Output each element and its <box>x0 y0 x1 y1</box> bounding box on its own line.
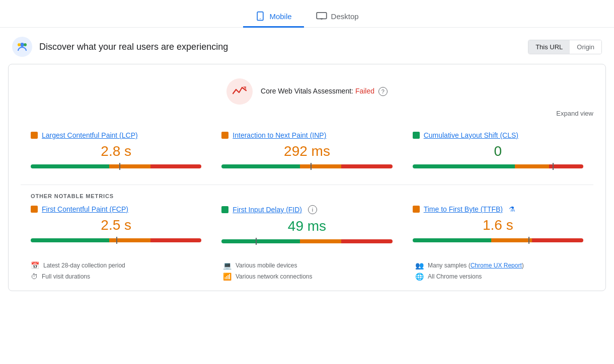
metric-column: First Input Delay (FID)i49 ms <box>211 199 402 251</box>
bar-segment <box>300 164 341 168</box>
url-toggle: This URL Origin <box>528 40 602 54</box>
footer-item-icon: 🌐 <box>415 272 424 281</box>
footer-item-icon: 👥 <box>415 261 424 269</box>
metric-bar <box>413 164 583 168</box>
metric-dot <box>221 132 228 139</box>
metric-dot <box>31 132 38 139</box>
bar-indicator-line <box>256 238 257 245</box>
bar-segment <box>221 164 300 168</box>
metric-dot <box>413 132 420 139</box>
bar-indicator-line <box>116 237 117 244</box>
other-metrics-label: OTHER NOTABLE METRICS <box>9 185 605 199</box>
bar-indicator <box>553 163 554 170</box>
bar-segment <box>413 238 491 242</box>
metric-column: Largest Contentful Paint (LCP)2.8 s <box>21 125 211 176</box>
metric-value: 0 <box>413 143 583 159</box>
metric-beaker-icon: ⚗ <box>509 205 515 213</box>
assessment-info-icon[interactable]: ? <box>378 87 388 96</box>
metric-value: 2.5 s <box>31 217 201 233</box>
metric-info-icon[interactable]: i <box>308 205 317 214</box>
metric-link[interactable]: Cumulative Layout Shift (CLS) <box>424 131 518 139</box>
tab-desktop-label: Desktop <box>331 12 359 21</box>
tab-mobile-label: Mobile <box>269 12 291 21</box>
bar-indicator <box>311 163 312 170</box>
metric-label-row: First Contentful Paint (FCP) <box>31 205 201 213</box>
assessment-title: Core Web Vitals Assessment: Failed ? <box>261 87 388 96</box>
metric-bar <box>31 164 201 168</box>
footer-grid: 📅Latest 28-day collection period⏱Full vi… <box>9 251 605 281</box>
metric-dot <box>221 206 228 213</box>
metric-link[interactable]: First Contentful Paint (FCP) <box>42 205 128 213</box>
main-card: Core Web Vitals Assessment: Failed ? Exp… <box>8 64 606 291</box>
metric-value: 1.6 s <box>413 217 583 233</box>
other-metrics-grid: First Contentful Paint (FCP)2.5 sFirst I… <box>9 199 605 251</box>
footer-item-text: Full visit durations <box>42 273 90 280</box>
footer-item: 💻Various mobile devices <box>223 261 391 269</box>
bar-indicator-line <box>553 163 554 170</box>
footer-col: 👥Many samples (Chrome UX Report)🌐All Chr… <box>405 261 593 281</box>
bar-indicator <box>256 238 257 245</box>
svg-point-6 <box>24 43 27 46</box>
metric-value: 2.8 s <box>31 143 201 159</box>
bar-segment <box>300 239 341 243</box>
expand-view[interactable]: Expand view <box>9 110 605 125</box>
footer-col: 💻Various mobile devices📶Various network … <box>213 261 401 281</box>
header-section: Discover what your real users are experi… <box>0 28 614 64</box>
metric-column: Interaction to Next Paint (INP)292 ms <box>211 125 402 176</box>
tab-mobile[interactable]: Mobile <box>243 6 303 28</box>
footer-item: ⏱Full visit durations <box>31 272 199 281</box>
metric-bar <box>221 164 392 168</box>
crux-avatar <box>12 37 32 57</box>
bar-segment <box>491 238 532 242</box>
assessment-header: Core Web Vitals Assessment: Failed ? <box>9 64 605 110</box>
footer-item-link[interactable]: Chrome UX Report <box>471 262 522 269</box>
bar-indicator <box>116 237 117 244</box>
footer-item-icon: 📅 <box>31 261 39 269</box>
desktop-icon <box>316 12 327 20</box>
metric-column: First Contentful Paint (FCP)2.5 s <box>21 199 211 251</box>
metric-bar <box>413 238 583 242</box>
metric-label-row: Time to First Byte (TTFB)⚗ <box>413 205 583 213</box>
tab-bar: Mobile Desktop <box>0 0 614 28</box>
footer-item-icon: ⏱ <box>31 272 38 281</box>
svg-point-5 <box>20 43 24 47</box>
this-url-button[interactable]: This URL <box>528 40 570 54</box>
bar-indicator <box>119 163 120 170</box>
tab-desktop[interactable]: Desktop <box>304 7 371 27</box>
bar-segment <box>31 164 109 168</box>
bar-indicator-line <box>528 237 529 244</box>
bar-indicator <box>528 237 529 244</box>
footer-item-text: Various network connections <box>236 273 313 280</box>
svg-rect-0 <box>258 12 264 21</box>
metric-link[interactable]: Largest Contentful Paint (LCP) <box>42 131 138 139</box>
mobile-icon <box>255 11 265 21</box>
bar-segment <box>341 164 393 168</box>
metric-column: Time to First Byte (TTFB)⚗1.6 s <box>403 199 593 251</box>
svg-point-1 <box>260 18 261 19</box>
metric-link[interactable]: Time to First Byte (TTFB) <box>424 205 503 213</box>
footer-item-text: Many samples (Chrome UX Report) <box>428 262 524 269</box>
bar-segment <box>150 238 202 242</box>
footer-item: 🌐All Chrome versions <box>415 272 583 281</box>
footer-item-text: Latest 28-day collection period <box>43 262 125 269</box>
bar-segment <box>515 164 549 168</box>
footer-item-text: Various mobile devices <box>236 262 297 269</box>
metric-link[interactable]: First Input Delay (FID) <box>233 206 302 214</box>
header-title: Discover what your real users are experi… <box>39 42 228 52</box>
bar-segment <box>150 164 202 168</box>
metric-value: 49 ms <box>221 218 392 234</box>
svg-rect-2 <box>317 13 327 19</box>
footer-col: 📅Latest 28-day collection period⏱Full vi… <box>21 261 209 281</box>
bar-segment <box>221 239 300 243</box>
footer-item: 📅Latest 28-day collection period <box>31 261 199 269</box>
footer-item-text: All Chrome versions <box>428 273 482 280</box>
metric-column: Cumulative Layout Shift (CLS)0 <box>403 125 593 176</box>
metric-value: 292 ms <box>221 143 392 159</box>
metric-link[interactable]: Interaction to Next Paint (INP) <box>233 131 326 139</box>
bar-indicator-line <box>119 163 120 170</box>
bar-segment <box>549 164 583 168</box>
bar-segment <box>109 164 150 168</box>
assessment-icon <box>226 78 253 105</box>
origin-button[interactable]: Origin <box>570 40 601 54</box>
metric-label-row: First Input Delay (FID)i <box>221 205 392 214</box>
